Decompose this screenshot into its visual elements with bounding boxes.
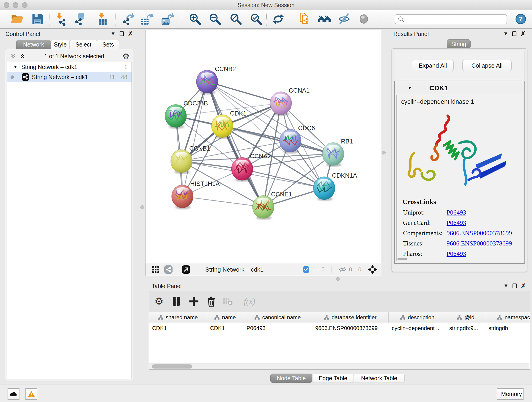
edge-CCNB2-HIST1H1A[interactable]: [182, 82, 207, 196]
import-database-button[interactable]: [73, 12, 87, 26]
tab-select[interactable]: Select: [70, 40, 97, 49]
crosslink-value-link[interactable]: 9606.ENSP00000378699: [447, 240, 512, 247]
float-panel-icon[interactable]: [120, 32, 124, 36]
show-all-button[interactable]: [356, 12, 371, 26]
zoom-fit-button[interactable]: [228, 12, 243, 26]
float-panel-icon[interactable]: [513, 283, 517, 288]
add-column-icon[interactable]: [187, 295, 200, 308]
svg-text:?: ?: [519, 15, 523, 23]
grid-view-icon[interactable]: [151, 265, 160, 274]
import-network-button[interactable]: [53, 12, 68, 26]
network-badge-icon[interactable]: [164, 265, 173, 274]
tab-network-table[interactable]: Network Table: [354, 374, 405, 383]
table-h-scrollbar-thumb[interactable]: [152, 364, 192, 369]
float-menu-icon[interactable]: ▼: [110, 31, 115, 36]
crosslink-value-link[interactable]: 9606.ENSP00000378699: [447, 230, 512, 237]
toolbar-separator: [291, 13, 291, 26]
close-panel-icon[interactable]: ✗: [128, 31, 133, 36]
open-in-new-window-icon[interactable]: [181, 265, 191, 274]
table-h-scrollbar[interactable]: [149, 364, 530, 369]
column-header--id[interactable]: @id: [446, 312, 485, 323]
network-collection-row[interactable]: ▼ String Network – cdk1 1: [7, 62, 132, 72]
zoom-selected-button[interactable]: [249, 12, 264, 26]
network-node-CCNE1[interactable]: [253, 196, 274, 220]
zoom-in-button[interactable]: [188, 12, 202, 26]
collapse-all-networks-icon[interactable]: [10, 53, 17, 60]
left-splitter-handle[interactable]: [140, 205, 144, 209]
close-panel-icon[interactable]: ✗: [521, 283, 526, 288]
table-row[interactable]: CDK1CDK1P064939606.ENSP00000378699cyclin…: [149, 323, 530, 333]
column-header-canonical-name[interactable]: canonical name: [243, 312, 312, 323]
export-table-button[interactable]: [139, 12, 154, 26]
memory-button[interactable]: Memory: [497, 388, 524, 400]
network-node-RB1[interactable]: [322, 143, 344, 167]
network-row[interactable]: String Network – cdk1 11 48: [7, 72, 132, 82]
export-network-button[interactable]: [121, 12, 135, 26]
table-options-gear-icon[interactable]: ⚙: [152, 295, 165, 308]
expand-all-networks-icon[interactable]: [19, 53, 26, 60]
hide-selected-button[interactable]: [337, 12, 351, 26]
tab-style[interactable]: Style: [51, 40, 70, 49]
table-cell: CDK1: [149, 323, 207, 333]
float-panel-icon[interactable]: [512, 32, 516, 36]
tab-string-results[interactable]: String: [447, 39, 471, 49]
column-header-namespace[interactable]: namespace: [485, 312, 530, 323]
selected-checkbox-icon[interactable]: [303, 266, 310, 273]
open-session-button[interactable]: [10, 12, 25, 26]
network-node-HIST1H1A[interactable]: [172, 185, 193, 209]
float-menu-icon[interactable]: ▼: [503, 283, 508, 288]
column-header-database-identifier[interactable]: database identifier: [312, 312, 389, 323]
float-menu-icon[interactable]: ▼: [503, 31, 508, 36]
bottom-splitter-handle[interactable]: [336, 277, 340, 281]
control-panel: Control Panel ▼ ✗ Network Style Select S…: [3, 30, 136, 383]
export-image-button[interactable]: [160, 12, 175, 26]
network-node-CDKN1A[interactable]: [313, 177, 335, 201]
close-panel-icon[interactable]: ✗: [520, 31, 526, 36]
column-header-description[interactable]: description: [389, 312, 446, 323]
cloud-button[interactable]: [7, 388, 19, 400]
tab-edge-table[interactable]: Edge Table: [312, 374, 354, 383]
save-session-button[interactable]: [30, 12, 45, 26]
home-networks-button[interactable]: [317, 12, 332, 26]
network-node-CCNB2[interactable]: [196, 70, 218, 95]
protein-section-header[interactable]: ▼ CDK1: [395, 81, 525, 95]
collapse-all-button[interactable]: Collapse All: [462, 60, 512, 71]
network-node-CCNA1[interactable]: [270, 92, 292, 116]
network-node-CDC25B[interactable]: [165, 104, 186, 129]
column-header-shared-name[interactable]: shared name: [149, 312, 207, 323]
network-node-CCNB1[interactable]: [171, 150, 192, 174]
network-node-CDK1[interactable]: [211, 115, 233, 139]
tab-sets[interactable]: Sets: [97, 40, 119, 49]
edge-CCNA2-CDKN1A[interactable]: [242, 169, 324, 188]
right-splitter-handle[interactable]: [382, 151, 386, 154]
collection-caret-icon[interactable]: ▼: [13, 64, 18, 70]
network-node-CCNA2[interactable]: [231, 157, 253, 182]
search-input[interactable]: [406, 15, 507, 24]
crosslink-value-link[interactable]: P06493: [447, 219, 466, 226]
column-header-name[interactable]: name: [207, 312, 243, 323]
results-scrollbar-thumb[interactable]: [398, 258, 407, 260]
import-table-button[interactable]: [94, 12, 109, 26]
tab-network[interactable]: Network: [16, 40, 51, 49]
hidden-eye-icon[interactable]: [339, 266, 346, 273]
edge-HIST1H1A-CCNE1[interactable]: [182, 196, 263, 207]
section-caret-icon[interactable]: ▼: [408, 85, 412, 90]
tab-node-table[interactable]: Node Table: [270, 374, 312, 383]
help-button[interactable]: ?: [514, 13, 527, 26]
crosslink-value-link[interactable]: P06493: [447, 250, 466, 257]
delete-column-icon[interactable]: [205, 295, 218, 308]
network-options-gear-icon[interactable]: ⚙: [123, 52, 129, 60]
expand-all-button[interactable]: Expand All: [412, 60, 454, 71]
network-node-CDC6[interactable]: [279, 129, 301, 153]
first-neighbors-button[interactable]: [297, 12, 312, 26]
network-canvas[interactable]: CCNB2CCNA1CDC25BCDK1CDC6RB1CCNB1CCNA2CDK…: [146, 30, 381, 263]
crosslink-value-link[interactable]: P06493: [447, 209, 466, 216]
fit-content-crosshair-icon[interactable]: [368, 265, 377, 274]
refresh-button[interactable]: [271, 12, 285, 26]
edge-CDK1-RB1[interactable]: [222, 126, 333, 154]
zoom-out-button[interactable]: [208, 12, 222, 26]
edge-CCNB2-CCNA1[interactable]: [207, 82, 281, 103]
edge-CCNB2-CCNE1[interactable]: [207, 82, 263, 207]
show-columns-icon[interactable]: [170, 295, 183, 308]
warnings-button[interactable]: [25, 388, 37, 400]
